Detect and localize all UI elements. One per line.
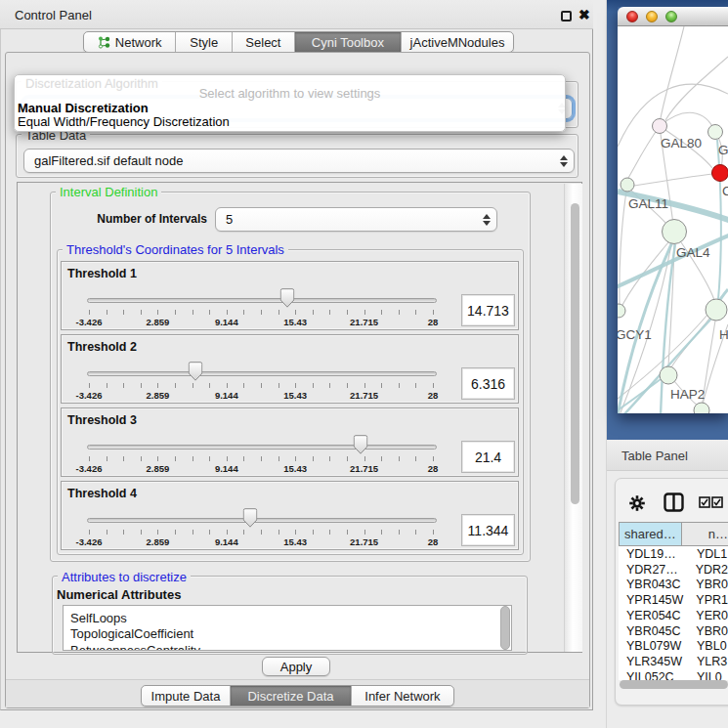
threshold-value-field[interactable]: 11.344: [461, 514, 515, 546]
number-of-intervals-combobox[interactable]: 5: [215, 207, 497, 232]
slider-tick-label: 28: [428, 463, 439, 474]
dropdown-item-equal-width-frequency[interactable]: Equal Width/Frequency Discretization: [18, 114, 230, 129]
network-view[interactable]: GAL80GACGAL11GAL4GCY1HHAP2: [618, 26, 728, 413]
cell-name: YLR3: [692, 655, 728, 668]
spinner-down-icon: [560, 162, 568, 167]
threshold-value-field[interactable]: 14.713: [461, 294, 515, 326]
table-row[interactable]: YPR145WYPR1: [619, 592, 728, 608]
network-node[interactable]: [712, 165, 728, 182]
window-minimize-traffic-icon[interactable]: [646, 11, 658, 22]
slider-tick: [313, 530, 314, 535]
tab-network[interactable]: Network: [84, 32, 176, 52]
settings-scrollbar[interactable]: [564, 184, 582, 652]
slider-track[interactable]: [87, 518, 437, 523]
close-icon[interactable]: ✖: [578, 7, 592, 24]
tab-discretize-data[interactable]: Discretize Data: [231, 686, 352, 706]
split-pane-divider[interactable]: [593, 0, 607, 728]
network-node-label: C: [722, 184, 728, 198]
column-header-shared-name[interactable]: shared…: [619, 523, 682, 545]
slider-tick: [399, 310, 400, 315]
slider-tick: [347, 530, 348, 535]
slider-tick-label: -3.426: [76, 390, 103, 401]
threshold-value-field[interactable]: 21.4: [461, 441, 515, 473]
network-node-label: GA: [718, 143, 728, 157]
slider-tick: [313, 456, 314, 461]
settings-scrollbar-thumb[interactable]: [571, 203, 579, 504]
slider-track[interactable]: [87, 445, 437, 450]
float-window-icon[interactable]: [561, 11, 572, 21]
dropdown-item-manual-discretization[interactable]: Manual Discretization: [18, 101, 149, 115]
table-horizontal-scrollbar-thumb[interactable]: [620, 680, 728, 689]
tab-select[interactable]: Select: [233, 32, 295, 52]
attribute-list-item[interactable]: TopologicalCoefficient: [70, 626, 193, 641]
slider-track[interactable]: [87, 298, 437, 303]
tab-style[interactable]: Style: [176, 32, 233, 52]
slider-tick: [295, 530, 296, 535]
algorithm-dropdown-popup: Discretization Algorithm Select algorith…: [14, 74, 566, 132]
gear-icon[interactable]: [629, 495, 645, 511]
slider-tick: [329, 456, 330, 461]
slider-tick-label: 15.43: [283, 463, 307, 474]
slider-track[interactable]: [87, 371, 437, 376]
slider-tick: [123, 530, 124, 535]
slider-tick-label: 15.43: [283, 536, 307, 547]
slider-thumb[interactable]: [354, 435, 368, 454]
attributes-list-scrollbar-thumb[interactable]: [500, 606, 510, 650]
table-row[interactable]: YDL19…YDL1: [619, 546, 728, 562]
cell-shared-name: YDR27…: [619, 563, 691, 577]
slider-thumb[interactable]: [280, 288, 295, 308]
slider-tick-label: 2.859: [147, 390, 170, 401]
network-node[interactable]: [621, 178, 634, 192]
threshold-row: Threshold 1-3.4262.8599.14415.4321.71528…: [61, 261, 519, 330]
table-row[interactable]: YDR27…YDR2: [619, 562, 728, 578]
attribute-list-item[interactable]: BetweennessCentrality: [70, 643, 200, 651]
checkbox-icon[interactable]: [711, 496, 723, 508]
tab-jactivemnodules[interactable]: jActiveMNodules: [402, 32, 513, 52]
window-zoom-traffic-icon[interactable]: [665, 11, 677, 22]
slider-tick: [209, 530, 210, 535]
slider-tick-label: 2.859: [147, 317, 170, 327]
cell-name: YER0: [691, 609, 728, 622]
slider-thumb[interactable]: [243, 508, 258, 528]
table-row[interactable]: YER054CYER0: [619, 608, 728, 623]
network-node[interactable]: [660, 366, 677, 384]
slider-tick: [193, 383, 193, 388]
network-node[interactable]: [618, 304, 625, 318]
table-row[interactable]: YBR045CYBR0: [619, 623, 728, 639]
slider-tick-label: 2.859: [147, 536, 170, 547]
dropdown-prompt-item[interactable]: Select algorithm to view settings: [15, 86, 565, 101]
table-data-combobox[interactable]: galFiltered.sif default node: [23, 149, 575, 173]
attribute-list-item[interactable]: SelfLoops: [70, 611, 127, 625]
network-edge: [634, 174, 712, 186]
slider-tick: [399, 383, 400, 388]
tab-cyni-toolbox[interactable]: Cyni Toolbox: [295, 32, 402, 52]
tab-infer-network[interactable]: Infer Network: [352, 686, 453, 706]
checkbox-icon[interactable]: [699, 496, 710, 508]
window-close-traffic-icon[interactable]: [626, 11, 638, 22]
tab-label: Style: [190, 35, 218, 50]
slider-tick: [399, 530, 400, 535]
table-row[interactable]: YIL052CYIL0: [619, 669, 728, 680]
tab-impute-data[interactable]: Impute Data: [142, 686, 231, 706]
threshold-value-field[interactable]: 6.316: [461, 367, 515, 400]
slider-tick: [364, 383, 365, 388]
network-node[interactable]: [694, 403, 709, 413]
table-row[interactable]: YBR043CYBR0: [619, 578, 728, 593]
network-node[interactable]: [663, 220, 687, 244]
network-icon: [98, 36, 110, 49]
slider-tick: [415, 530, 416, 535]
apply-button[interactable]: Apply: [262, 657, 330, 676]
column-header-name[interactable]: n…: [682, 523, 728, 545]
network-node[interactable]: [653, 119, 667, 134]
cell-shared-name: YPR145W: [619, 593, 691, 607]
network-node[interactable]: [706, 299, 727, 321]
slider-tick-label: 15.43: [283, 390, 307, 401]
slider-tick: [433, 310, 434, 315]
numerical-attributes-list[interactable]: SelfLoopsTopologicalCoefficientBetweenne…: [63, 605, 512, 651]
table-row[interactable]: YBL079WYBL0: [619, 639, 728, 655]
split-columns-icon[interactable]: [664, 492, 684, 512]
network-node[interactable]: [708, 125, 723, 140]
tab-label: Select: [245, 35, 280, 50]
table-row[interactable]: YLR345WYLR3: [619, 654, 728, 669]
slider-thumb[interactable]: [189, 362, 203, 381]
